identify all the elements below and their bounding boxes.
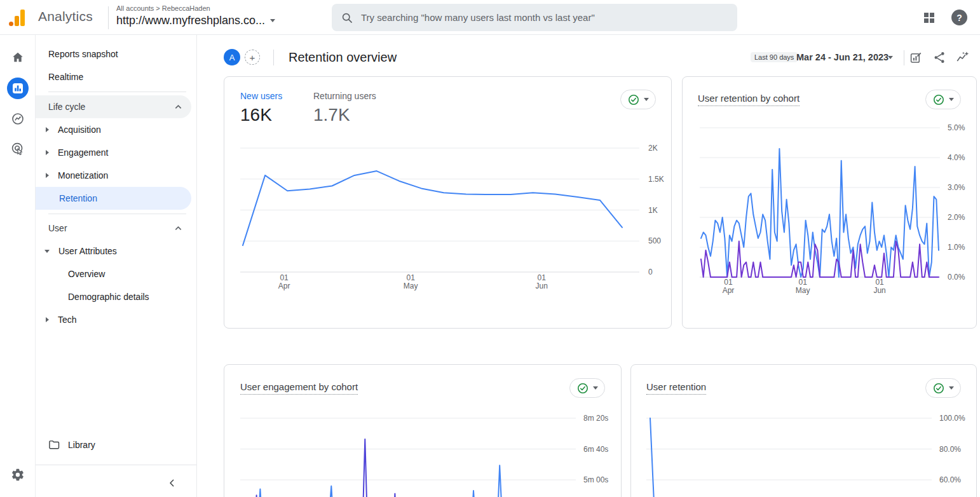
metric-value: 1.7K	[313, 105, 376, 125]
card-users-overview: New users 16K Returning users 1.7K 2K1.5…	[224, 76, 672, 329]
card-title[interactable]: User retention	[646, 381, 706, 392]
divider	[904, 50, 904, 65]
nav-rail	[0, 35, 36, 497]
card-title[interactable]: User retention by cohort	[698, 93, 800, 104]
x-axis-label: May	[796, 286, 810, 295]
metric-new-users[interactable]: New users 16K	[240, 91, 282, 125]
sidebar-item-user-attributes[interactable]: User Attributes	[36, 240, 191, 262]
check-circle-icon	[933, 94, 944, 106]
settings-gear-icon[interactable]	[7, 464, 29, 486]
advertising-icon[interactable]	[7, 138, 29, 160]
add-comparison-button[interactable]: +	[245, 50, 260, 65]
date-preset-badge: Last 90 days	[751, 52, 798, 62]
property-selector[interactable]: http://www.myfreshplans.co...	[116, 14, 275, 27]
data-quality-dropdown[interactable]	[620, 90, 656, 109]
x-axis-label: Apr	[278, 282, 290, 290]
reports-icon[interactable]	[7, 78, 29, 99]
sidebar-item-demographic-details[interactable]: Demographic details	[36, 286, 191, 308]
metric-label[interactable]: New users	[240, 91, 282, 101]
sidebar-item-tech[interactable]: Tech	[36, 309, 191, 330]
data-quality-dropdown[interactable]	[925, 90, 961, 109]
expand-arrow-icon	[46, 150, 49, 155]
y-axis-label: 1.5K	[648, 175, 664, 184]
report-header: A + Retention overview Last 90 days Mar …	[197, 35, 980, 76]
home-icon[interactable]	[7, 46, 29, 68]
search-bar[interactable]	[332, 4, 737, 31]
comparison-avatar[interactable]: A	[224, 49, 240, 65]
y-axis-label: 5m 00s	[583, 475, 608, 484]
data-quality-dropdown[interactable]	[569, 378, 605, 398]
top-app-bar: Analytics All accounts > RebeccaHaden ht…	[0, 0, 980, 35]
share-icon[interactable]	[932, 50, 947, 65]
metric-label[interactable]: Returning users	[313, 91, 376, 101]
chevron-down-icon[interactable]	[888, 56, 893, 59]
check-circle-icon	[933, 383, 944, 394]
search-input[interactable]	[361, 12, 728, 23]
y-axis-label: 0	[648, 268, 653, 276]
sidebar-section-user[interactable]: User	[36, 217, 191, 239]
section-header-label: Life cycle	[48, 102, 85, 112]
caret-down-icon	[949, 386, 954, 390]
x-axis-label: Jun	[535, 282, 547, 290]
page: { "topbar": { "product": "Analytics", "b…	[0, 0, 980, 497]
check-circle-icon	[577, 383, 589, 394]
expand-arrow-icon	[46, 127, 49, 132]
x-axis-label: Jun	[873, 286, 885, 295]
sidebar-label: User Attributes	[58, 246, 117, 256]
x-axis-label: 01	[724, 278, 733, 287]
sidebar-label: Tech	[58, 315, 77, 325]
divider	[36, 465, 196, 465]
breadcrumb[interactable]: All accounts > RebeccaHaden	[116, 4, 210, 12]
plus-icon: +	[250, 52, 255, 63]
caret-down-icon	[644, 98, 649, 101]
sidebar-item-overview[interactable]: Overview	[36, 263, 191, 285]
x-axis-label: 01	[537, 273, 546, 282]
section-header-label: User	[48, 223, 67, 233]
chart-user-retention: 100.0%80.0%60.0%	[646, 411, 977, 497]
sidebar-item-retention[interactable]: Retention	[36, 187, 191, 210]
customize-report-icon[interactable]	[908, 50, 923, 65]
sidebar-item-realtime[interactable]: Realtime	[36, 66, 191, 88]
y-axis-label: 2K	[648, 144, 658, 153]
sidebar-item-acquisition[interactable]: Acquisition	[36, 119, 191, 140]
property-name: http://www.myfreshplans.co...	[116, 14, 265, 27]
logo-dot	[9, 22, 13, 26]
y-axis-label: 6m 40s	[583, 445, 608, 454]
insights-icon[interactable]	[955, 50, 970, 65]
series-user-retention-blue	[650, 418, 928, 497]
caret-down-icon	[593, 386, 598, 390]
series-cohort-engagement-purple	[242, 439, 575, 497]
sidebar-item-engagement[interactable]: Engagement	[36, 142, 191, 163]
search-icon	[341, 11, 353, 24]
divider	[48, 92, 186, 92]
collapse-sidebar-button[interactable]	[163, 474, 181, 492]
check-circle-icon	[628, 94, 639, 106]
date-range-selector[interactable]: Mar 24 - Jun 21, 2023	[796, 52, 888, 62]
sidebar-label: Retention	[59, 193, 97, 203]
sidebar-label: Reports snapshot	[48, 49, 118, 59]
sidebar-item-monetization[interactable]: Monetization	[36, 165, 191, 186]
sidebar-section-life-cycle[interactable]: Life cycle	[36, 95, 191, 118]
chevron-down-icon	[270, 19, 275, 22]
explore-icon[interactable]	[7, 108, 29, 130]
sidebar-label: Library	[68, 440, 95, 450]
data-quality-dropdown[interactable]	[925, 378, 961, 398]
y-axis-label: 1K	[648, 206, 658, 215]
logo-bar	[15, 16, 19, 26]
analytics-logo-icon[interactable]	[9, 8, 25, 26]
y-axis-label: 1.0%	[948, 243, 965, 252]
card-title[interactable]: User engagement by cohort	[240, 381, 358, 392]
sidebar-item-library[interactable]: Library	[36, 434, 191, 456]
card-user-engagement-by-cohort: User engagement by cohort 8m 20s6m 40s5m…	[224, 364, 622, 497]
chevron-up-icon	[174, 103, 182, 111]
apps-grid-icon[interactable]	[922, 11, 936, 25]
caret-down-icon	[949, 98, 954, 101]
chevron-left-icon	[167, 478, 177, 488]
x-axis-label: 01	[875, 278, 884, 287]
metric-returning-users[interactable]: Returning users 1.7K	[313, 91, 376, 125]
x-axis-label: 01	[406, 273, 415, 282]
x-axis-label: Apr	[723, 286, 735, 295]
sidebar-item-reports-snapshot[interactable]: Reports snapshot	[36, 43, 191, 65]
y-axis-label: 3.0%	[948, 183, 965, 192]
help-icon[interactable]: ?	[951, 10, 967, 25]
